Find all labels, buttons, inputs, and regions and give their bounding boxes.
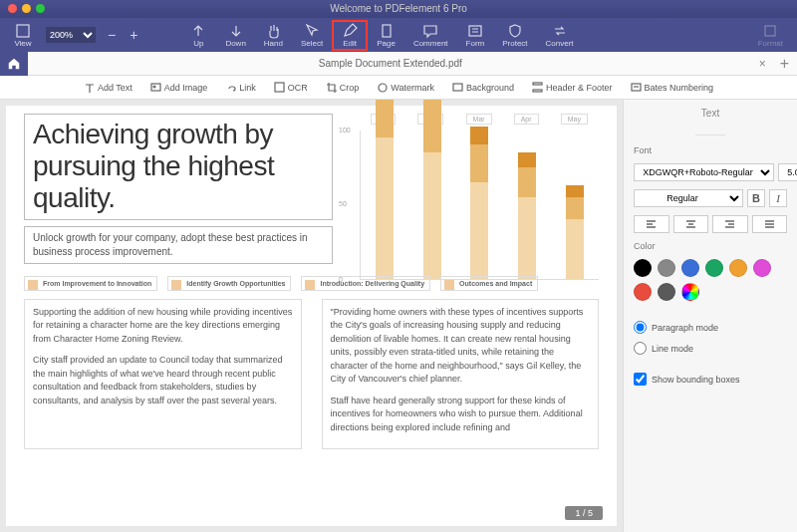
text-icon — [84, 82, 95, 93]
minimize-window[interactable] — [22, 4, 31, 13]
form-button[interactable]: Form — [458, 21, 493, 50]
svg-rect-10 — [533, 90, 542, 92]
bold-button[interactable]: B — [747, 189, 765, 207]
zoom-select[interactable]: 200% — [46, 27, 96, 43]
comment-button[interactable]: Comment — [405, 21, 456, 50]
add-text-button[interactable]: Add Text — [80, 80, 136, 95]
text-properties-panel: Text Font XDGWQR+Roboto-Regular 5.0 Regu… — [623, 100, 797, 532]
color-swatch[interactable] — [753, 259, 771, 277]
line-mode-radio[interactable]: Line mode — [634, 342, 787, 355]
headline-box[interactable]: Achieving growth by pursuing the highest… — [24, 114, 333, 220]
background-button[interactable]: Background — [448, 80, 518, 95]
zoom-out[interactable]: − — [102, 27, 122, 43]
format-button: Format — [750, 21, 791, 50]
close-window[interactable] — [8, 4, 17, 13]
svg-rect-8 — [453, 84, 462, 91]
section-tag[interactable]: From Improvement to Innovation — [24, 276, 157, 291]
document-canvas[interactable]: Achieving growth by pursuing the highest… — [0, 100, 623, 532]
ocr-button[interactable]: OCR — [270, 80, 312, 95]
italic-button[interactable]: I — [769, 189, 787, 207]
watermark-icon — [377, 82, 388, 93]
chart-category: Apr — [514, 114, 539, 125]
color-swatch[interactable] — [729, 259, 747, 277]
main-toolbar: View 200% − + Up Down Hand Select Edit P… — [0, 18, 797, 52]
hand-icon — [265, 23, 281, 39]
svg-point-5 — [153, 86, 155, 88]
align-justify-button[interactable] — [752, 215, 788, 233]
convert-button[interactable]: Convert — [538, 21, 582, 50]
font-size-select[interactable]: 5.0 — [778, 163, 797, 181]
format-icon — [762, 23, 778, 39]
up-button[interactable]: Up — [181, 21, 215, 50]
header-footer-icon — [532, 82, 543, 93]
align-center-button[interactable] — [673, 215, 709, 233]
convert-icon — [552, 23, 568, 39]
svg-rect-3 — [765, 26, 775, 36]
ytick: 100 — [339, 127, 351, 133]
show-bounding-checkbox[interactable]: Show bounding boxes — [634, 373, 787, 386]
font-label: Font — [634, 145, 787, 155]
svg-rect-6 — [275, 83, 284, 92]
svg-rect-9 — [533, 83, 542, 85]
align-right-button[interactable] — [712, 215, 748, 233]
tab-bar: Sample Document Extended.pdf × + — [0, 52, 797, 76]
panel-title: Text — [634, 108, 787, 119]
protect-button[interactable]: Protect — [494, 21, 535, 50]
text-column-left[interactable]: Supporting the addition of new housing w… — [24, 299, 302, 450]
zoom-in[interactable]: + — [124, 27, 143, 43]
font-family-select[interactable]: XDGWQR+Roboto-Regular — [634, 163, 774, 181]
svg-rect-1 — [383, 25, 391, 37]
view-icon — [15, 23, 31, 39]
crop-button[interactable]: Crop — [322, 80, 364, 95]
comment-icon — [422, 23, 438, 39]
color-swatch[interactable] — [658, 283, 675, 301]
ocr-icon — [274, 82, 285, 93]
window-titlebar: Welcome to PDFelement 6 Pro — [0, 0, 797, 18]
edit-button[interactable]: Edit — [333, 21, 367, 50]
ytick: 50 — [339, 200, 347, 207]
color-swatch[interactable] — [705, 259, 723, 277]
hand-button[interactable]: Hand — [256, 21, 291, 50]
add-image-button[interactable]: Add Image — [146, 80, 212, 95]
section-tag[interactable]: Outcomes and Impact — [440, 276, 538, 291]
zoom-window[interactable] — [36, 4, 45, 13]
color-swatch[interactable] — [634, 283, 652, 301]
align-left-button[interactable] — [634, 215, 669, 233]
view-label: View — [14, 39, 31, 48]
header-footer-button[interactable]: Header & Footer — [528, 80, 617, 95]
protect-icon — [507, 23, 523, 39]
select-button[interactable]: Select — [293, 21, 331, 50]
svg-rect-0 — [17, 25, 29, 37]
view-button[interactable]: View — [6, 21, 40, 50]
section-tag[interactable]: Identify Growth Opportunities — [167, 276, 291, 291]
subhead-box[interactable]: Unlock growth for your company, adopt th… — [24, 226, 333, 264]
color-swatch[interactable] — [658, 259, 675, 277]
color-swatch[interactable] — [681, 259, 699, 277]
watermark-button[interactable]: Watermark — [373, 80, 438, 95]
edit-subtoolbar: Add Text Add Image Link OCR Crop Waterma… — [0, 76, 797, 100]
svg-point-7 — [379, 84, 387, 92]
background-icon — [452, 82, 463, 93]
link-icon — [225, 82, 236, 93]
svg-rect-2 — [469, 26, 481, 36]
color-swatch[interactable] — [634, 259, 652, 277]
link-button[interactable]: Link — [221, 80, 260, 95]
pdf-page: Achieving growth by pursuing the highest… — [6, 106, 617, 526]
bates-button[interactable]: Bates Numbering — [627, 80, 718, 95]
tab-close[interactable]: × — [753, 57, 772, 71]
image-icon — [150, 82, 161, 93]
text-column-right[interactable]: "Providing home owners with these types … — [322, 299, 600, 450]
color-swatch[interactable] — [681, 283, 699, 301]
page-button[interactable]: Page — [369, 21, 403, 50]
home-tab[interactable] — [0, 52, 28, 76]
font-weight-select[interactable]: Regular — [634, 189, 743, 207]
chart-bar — [518, 152, 536, 280]
new-tab[interactable]: + — [772, 55, 797, 73]
page-icon — [379, 23, 395, 39]
paragraph-mode-radio[interactable]: Paragraph mode — [634, 321, 787, 334]
section-tag[interactable]: Introduction: Delivering Quality — [301, 276, 430, 291]
page-indicator: 1 / 5 — [565, 506, 603, 520]
chart-bar — [470, 127, 488, 279]
down-button[interactable]: Down — [217, 21, 253, 50]
document-tab[interactable]: Sample Document Extended.pdf — [28, 58, 753, 69]
